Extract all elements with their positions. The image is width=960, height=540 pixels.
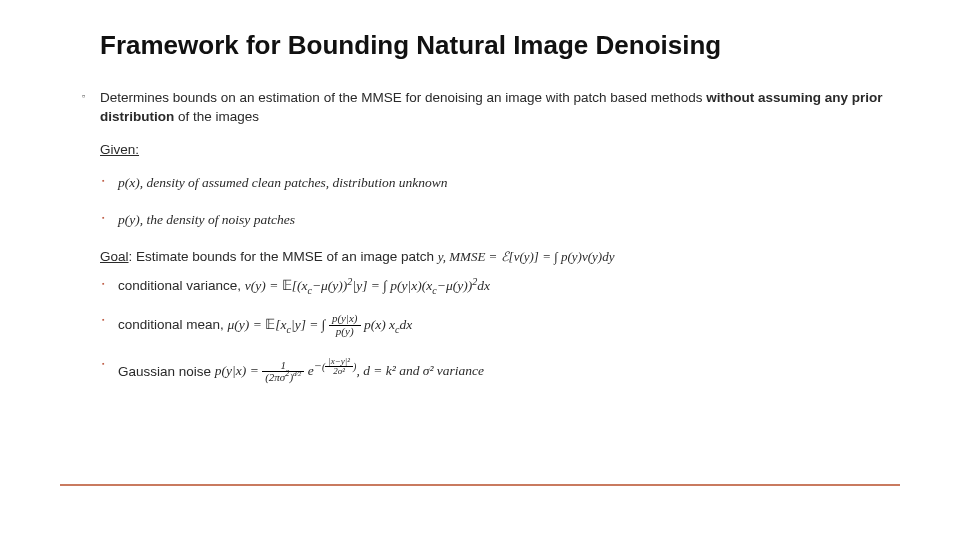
main-point-prefix: Determines bounds on an estimation of th… [100, 90, 706, 105]
slide: Framework for Bounding Natural Image Den… [0, 0, 960, 540]
slide-title: Framework for Bounding Natural Image Den… [100, 30, 890, 61]
slide-body: Determines bounds on an estimation of th… [100, 89, 890, 385]
gaussian-math: p(y|x) = 1(2πσ2)d∕2 e−(|x−y|²2σ²), d = k… [215, 363, 484, 378]
goal-text: : Estimate bounds for the MMSE of an ima… [129, 249, 438, 264]
detail-item-variance: conditional variance, v(y) = 𝔼[(xc−μ(y))… [100, 277, 890, 296]
given-list: p(x), density of assumed clean patches, … [100, 174, 890, 230]
mean-frac-den: p(y) [329, 326, 361, 339]
given-label: Given: [100, 142, 139, 157]
variance-prefix: conditional variance, [118, 278, 245, 293]
goal-block: Goal: Estimate bounds for the MMSE of an… [100, 248, 890, 267]
mean-prefix: conditional mean, [118, 317, 228, 332]
divider-rule [60, 484, 900, 486]
variance-math: v(y) = 𝔼[(xc−μ(y))2|y] = ∫ p(y|x)(xc−μ(y… [245, 278, 490, 293]
given-item: p(x), density of assumed clean patches, … [100, 174, 890, 193]
detail-item-gaussian: Gaussian noise p(y|x) = 1(2πσ2)d∕2 e−(|x… [100, 357, 890, 385]
given-text: p(y), the density of noisy patches [118, 212, 295, 227]
goal-label: Goal [100, 249, 129, 264]
gauss-exp-den: 2σ² [325, 367, 353, 377]
detail-list: conditional variance, v(y) = 𝔼[(xc−μ(y))… [100, 277, 890, 385]
goal-math: y, MMSE = ℰ[v(y)] = ∫ p(y)v(y)dy [438, 249, 615, 264]
given-item: p(y), the density of noisy patches [100, 211, 890, 230]
gaussian-prefix: Gaussian noise [118, 363, 215, 378]
main-point: Determines bounds on an estimation of th… [100, 89, 890, 127]
given-block: Given: [100, 141, 890, 160]
mean-math: μ(y) = 𝔼[xc|y] = ∫ p(y|x)p(y) p(x) xcdx [228, 317, 413, 332]
given-text: p(x), density of assumed clean patches, … [118, 175, 448, 190]
gauss-frac1-den: (2πσ2)d∕2 [262, 372, 304, 385]
goal-math-text: y, MMSE = ℰ[v(y)] = ∫ p(y)v(y)dy [438, 249, 615, 264]
main-point-suffix: of the images [174, 109, 259, 124]
gaussian-suffix: , d = k² and σ² variance [356, 363, 484, 378]
detail-item-mean: conditional mean, μ(y) = 𝔼[xc|y] = ∫ p(y… [100, 313, 890, 338]
